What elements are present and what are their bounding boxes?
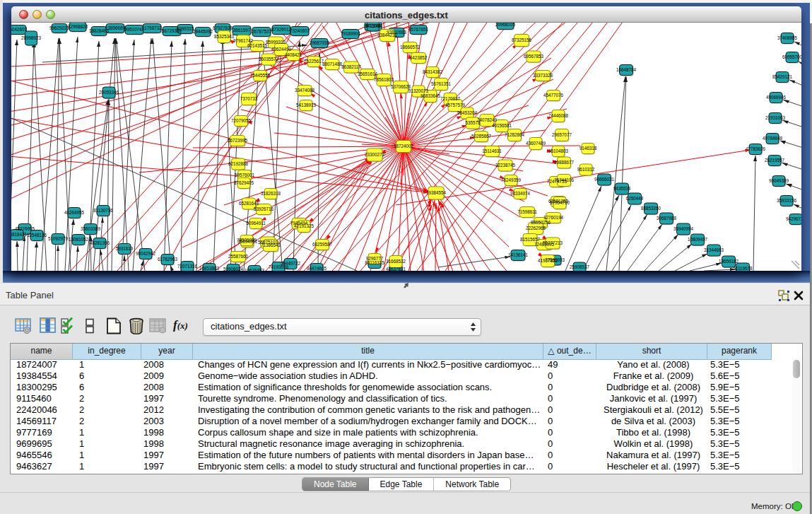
svg-text:97961742: 97961742	[233, 38, 254, 43]
svg-text:49784848: 49784848	[763, 136, 783, 141]
svg-text:61762963: 61762963	[158, 257, 178, 262]
svg-text:11768732: 11768732	[142, 25, 162, 30]
svg-text:13656182: 13656182	[719, 259, 739, 264]
svg-text:84314382: 84314382	[423, 69, 443, 74]
svg-text:74446088: 74446088	[548, 113, 569, 118]
svg-text:85999313: 85999313	[266, 40, 286, 45]
svg-text:4099315: 4099315	[177, 26, 194, 31]
svg-text:35651614: 35651614	[358, 71, 378, 76]
svg-text:58453204: 58453204	[457, 110, 478, 115]
svg-text:50964911: 50964911	[246, 221, 266, 226]
svg-text:31668532: 31668532	[386, 259, 406, 264]
svg-text:71598611: 71598611	[517, 209, 537, 214]
svg-text:12760194: 12760194	[543, 215, 564, 220]
svg-text:43624491: 43624491	[271, 47, 292, 52]
svg-text:65281648: 65281648	[239, 201, 259, 206]
svg-text:57954710: 57954710	[550, 200, 570, 205]
svg-text:7370733: 7370733	[240, 96, 258, 101]
svg-text:38940994: 38940994	[673, 226, 694, 231]
svg-text:68259587: 68259587	[312, 242, 333, 247]
svg-text:85325343: 85325343	[214, 34, 235, 39]
svg-text:19384554: 19384554	[426, 190, 447, 195]
svg-text:25908537: 25908537	[570, 264, 590, 269]
svg-text:40156581: 40156581	[492, 123, 512, 128]
svg-text:25587660: 25587660	[228, 254, 249, 259]
svg-text:4408421: 4408421	[285, 52, 302, 57]
svg-text:60955700: 60955700	[782, 54, 801, 59]
svg-text:98334974: 98334974	[510, 191, 531, 196]
svg-text:10809497: 10809497	[688, 237, 708, 242]
svg-text:84474605: 84474605	[307, 266, 327, 271]
svg-text:98042942: 98042942	[136, 251, 156, 256]
svg-text:23300273: 23300273	[365, 152, 385, 157]
svg-text:67927638: 67927638	[213, 25, 233, 30]
svg-text:71282864: 71282864	[505, 132, 525, 137]
svg-text:28219557: 28219557	[765, 158, 785, 163]
svg-text:55277213: 55277213	[543, 240, 563, 245]
svg-text:42191325: 42191325	[294, 223, 314, 228]
svg-text:20053346: 20053346	[99, 90, 119, 95]
svg-text:85420121: 85420121	[772, 74, 793, 79]
svg-text:3661597: 3661597	[233, 28, 251, 33]
svg-text:10676383: 10676383	[245, 268, 265, 271]
svg-text:32968828: 32968828	[68, 24, 88, 29]
svg-text:28998923: 28998923	[21, 35, 42, 40]
svg-text:21931063: 21931063	[765, 115, 786, 120]
svg-text:73240807: 73240807	[290, 28, 310, 33]
svg-text:96833645: 96833645	[420, 93, 441, 98]
svg-text:36035572: 36035572	[259, 57, 279, 62]
svg-text:35603389: 35603389	[81, 226, 101, 231]
svg-text:15114631: 15114631	[482, 148, 502, 153]
svg-text:54138913: 54138913	[296, 103, 317, 107]
svg-text:14136141: 14136141	[508, 252, 529, 257]
svg-text:94296727: 94296727	[786, 216, 801, 221]
svg-text:87326012: 87326012	[271, 27, 292, 32]
svg-text:88853260: 88853260	[641, 206, 661, 211]
svg-text:6423852: 6423852	[410, 55, 428, 60]
svg-text:87629405: 87629405	[234, 180, 254, 185]
svg-text:59576001: 59576001	[235, 173, 255, 177]
svg-text:76744106: 76744106	[554, 177, 575, 182]
svg-text:94666031: 94666031	[594, 177, 615, 182]
svg-text:48281396: 48281396	[90, 240, 110, 245]
svg-text:35933156: 35933156	[777, 198, 797, 203]
svg-text:43607489: 43607489	[526, 141, 546, 146]
svg-text:13818431: 13818431	[11, 232, 27, 237]
svg-text:71386543: 71386543	[261, 243, 281, 247]
svg-text:99510741: 99510741	[124, 27, 145, 32]
svg-text:37408985: 37408985	[777, 35, 798, 40]
svg-text:62143515: 62143515	[247, 43, 268, 48]
svg-text:31826318: 31826318	[261, 191, 281, 196]
svg-text:45757579: 45757579	[445, 103, 466, 107]
svg-text:50906024: 50906024	[223, 267, 244, 271]
svg-text:15042603: 15042603	[11, 27, 27, 32]
svg-text:95104803: 95104803	[548, 148, 569, 153]
svg-text:79189901: 79189901	[341, 31, 361, 36]
svg-text:13081052: 13081052	[69, 237, 89, 242]
svg-text:51119678: 51119678	[733, 266, 753, 271]
svg-text:24078249: 24078249	[477, 117, 498, 122]
svg-text:41937852: 41937852	[538, 258, 558, 263]
svg-text:47783626: 47783626	[746, 146, 766, 151]
svg-text:9435534: 9435534	[613, 186, 631, 191]
svg-text:39449722: 39449722	[281, 261, 301, 266]
svg-text:51320073: 51320073	[408, 88, 429, 93]
svg-text:22262965: 22262965	[526, 226, 546, 230]
svg-text:46264955: 46264955	[64, 210, 85, 215]
svg-text:56723995: 56723995	[228, 138, 248, 143]
svg-text:99629223: 99629223	[49, 25, 70, 30]
svg-text:51092979: 51092979	[48, 236, 69, 241]
svg-text:81515657: 81515657	[520, 237, 541, 242]
svg-text:18724007: 18724007	[394, 144, 414, 148]
svg-text:53926716: 53926716	[254, 206, 274, 211]
svg-text:29445092: 29445092	[193, 29, 213, 34]
svg-text:88650256: 88650256	[531, 220, 551, 225]
svg-text:45767651: 45767651	[408, 27, 429, 32]
svg-text:5931819: 5931819	[116, 246, 134, 251]
svg-text:9296777: 9296777	[366, 256, 384, 261]
svg-text:9146318: 9146318	[579, 146, 597, 151]
svg-text:87325156: 87325156	[512, 37, 532, 42]
svg-text:56761351: 56761351	[431, 81, 452, 86]
svg-text:69567853: 69567853	[524, 54, 544, 59]
svg-text:29687039: 29687039	[310, 40, 330, 45]
